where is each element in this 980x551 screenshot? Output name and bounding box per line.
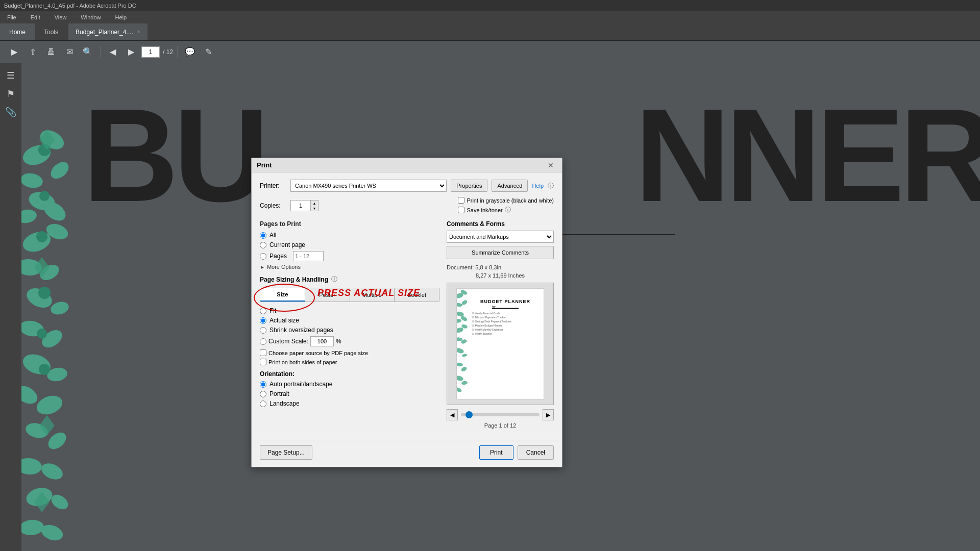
tab-size-button[interactable]: Size — [260, 288, 305, 302]
both-sides-checkbox[interactable] — [260, 359, 266, 365]
menu-file[interactable]: File — [4, 13, 19, 21]
summarize-button[interactable]: Summarize Comments — [447, 246, 554, 259]
preview-nav: ◀ ▶ — [447, 409, 554, 420]
mini-subtitle: for _____________ — [472, 305, 538, 308]
copies-row: Copies: ▲ ▼ Print in grayscale (black an… — [260, 197, 554, 214]
sizing-header: Page Sizing & Handling ⓘ — [260, 275, 439, 284]
toolbar-prev-btn[interactable]: ◀ — [105, 44, 121, 60]
toolbar-email-btn[interactable]: ✉ — [61, 44, 78, 60]
tab-document[interactable]: Budget_Planner_4.... × — [68, 23, 148, 40]
radio-fit-row: Fit — [260, 307, 439, 314]
toolbar-comment-btn[interactable]: 💬 — [182, 44, 198, 60]
toolbar-search-btn[interactable]: 🔍 — [80, 44, 96, 60]
toolbar-separator — [100, 46, 101, 58]
sidebar-attachment-icon[interactable]: 📎 — [3, 104, 19, 120]
menu-help[interactable]: Help — [112, 13, 130, 21]
radio-fit-label: Fit — [270, 307, 276, 314]
help-link[interactable]: Help — [532, 183, 544, 189]
toolbar-draw-btn[interactable]: ✎ — [200, 44, 216, 60]
sidebar-bookmark-icon[interactable]: ⚑ — [3, 86, 19, 102]
toolbar-share-btn[interactable]: ⇧ — [24, 44, 41, 60]
mini-flowers-svg — [457, 289, 468, 399]
radio-current-row: Current page — [260, 241, 439, 248]
doc-label: Document: — [447, 264, 474, 270]
paper-source-row: Choose paper source by PDF page size — [260, 349, 439, 356]
dialog-footer: Page Setup... Print Cancel — [252, 440, 562, 467]
title-bar: Budget_Planner_4.0_A5.pdf - Adobe Acroba… — [0, 0, 980, 11]
radio-custom-scale[interactable] — [260, 338, 266, 345]
dialog-left: Pages to Print All Current page Pages — [260, 220, 439, 433]
page-input[interactable] — [141, 46, 160, 58]
menu-window[interactable]: Window — [78, 13, 104, 21]
toolbar: ▶ ⇧ 🖶 ✉ 🔍 ◀ ▶ / 12 💬 ✎ — [0, 41, 980, 63]
radio-current[interactable] — [260, 242, 266, 248]
save-ink-checkbox[interactable] — [458, 207, 464, 213]
svg-point-52 — [457, 375, 464, 382]
tab-home[interactable]: Home — [0, 23, 35, 40]
doc-size: 5,8 x 8,3in — [475, 264, 501, 270]
tab-poster-button[interactable]: Poster — [305, 288, 350, 302]
dialog-overlay: Print ✕ Printer: Canon MX490 series Prin… — [21, 63, 980, 551]
more-options-row[interactable]: ► More Options — [260, 264, 439, 270]
radio-actual-row: Actual size — [260, 317, 439, 324]
doc-dims: 8,27 x 11,69 Inches — [447, 272, 554, 279]
tab-multiple-button[interactable]: Multiple — [350, 288, 395, 302]
radio-fit[interactable] — [260, 308, 266, 314]
tab-tools[interactable]: Tools — [35, 23, 67, 40]
tab-booklet-button[interactable]: Booklet — [395, 288, 439, 302]
printer-row: Printer: Canon MX490 series Printer WS P… — [260, 180, 554, 192]
grayscale-row: Print in grayscale (black and white) — [458, 197, 554, 204]
tab-doc-label: Budget_Planner_4.... — [76, 29, 133, 36]
radio-shrink[interactable] — [260, 327, 266, 334]
mini-list: ☑ Yearly Financial Goals ☑ Bills and Pay… — [472, 311, 538, 336]
preview-slider-thumb — [465, 411, 473, 418]
grayscale-checkbox[interactable] — [458, 197, 464, 204]
properties-button[interactable]: Properties — [451, 180, 487, 192]
dialog-close-button[interactable]: ✕ — [545, 160, 557, 170]
preview-prev-button[interactable]: ◀ — [447, 409, 458, 420]
page-sizing-title: Page Sizing & Handling — [260, 276, 328, 283]
printer-select[interactable]: Canon MX490 series Printer WS — [290, 180, 447, 192]
mini-preview-text: BUDGET PLANNER for _____________ ☑ Yearl… — [472, 299, 538, 336]
cancel-button[interactable]: Cancel — [518, 445, 554, 460]
radio-actual-size[interactable] — [260, 317, 266, 324]
dialog-right: Comments & Forms Document and Markups Su… — [447, 220, 554, 433]
radio-pages[interactable] — [260, 253, 266, 260]
toolbar-print-btn[interactable]: 🖶 — [43, 44, 59, 60]
radio-auto-portrait[interactable] — [260, 381, 266, 388]
copies-down-button[interactable]: ▼ — [311, 206, 318, 211]
pages-range-input[interactable] — [293, 251, 324, 261]
paper-source-checkbox[interactable] — [260, 349, 266, 356]
help-info-icon[interactable]: ⓘ — [548, 182, 554, 190]
menu-view[interactable]: View — [52, 13, 70, 21]
sizing-info-icon[interactable]: ⓘ — [331, 275, 337, 284]
menu-edit[interactable]: Edit — [28, 13, 43, 21]
left-sidebar: ☰ ⚑ 📎 — [0, 63, 21, 551]
scale-input[interactable] — [310, 336, 334, 346]
print-button[interactable]: Print — [479, 445, 513, 460]
svg-point-46 — [457, 337, 462, 341]
svg-point-51 — [460, 366, 468, 372]
radio-actual-label: Actual size — [270, 317, 299, 324]
save-ink-row: Save ink/toner ⓘ — [458, 206, 554, 214]
copies-up-button[interactable]: ▲ — [311, 201, 318, 206]
sidebar-layers-icon[interactable]: ☰ — [3, 67, 19, 84]
radio-pages-label: Pages — [270, 253, 287, 260]
copies-input[interactable] — [290, 200, 311, 211]
preview-next-button[interactable]: ▶ — [543, 409, 554, 420]
advanced-button[interactable]: Advanced — [492, 180, 528, 192]
svg-point-53 — [461, 381, 468, 385]
radio-all[interactable] — [260, 232, 266, 239]
tab-tools-label: Tools — [44, 29, 58, 36]
toolbar-next-btn[interactable]: ▶ — [123, 44, 139, 60]
radio-shrink-row: Shrink oversized pages — [260, 327, 439, 334]
comments-select[interactable]: Document and Markups — [447, 231, 554, 243]
tab-close-icon[interactable]: × — [137, 29, 140, 35]
toolbar-create-btn[interactable]: ▶ — [6, 44, 22, 60]
save-ink-info-icon[interactable]: ⓘ — [505, 206, 511, 214]
preview-slider[interactable] — [461, 413, 540, 416]
page-setup-button[interactable]: Page Setup... — [260, 445, 312, 460]
radio-portrait[interactable] — [260, 391, 266, 397]
radio-landscape[interactable] — [260, 400, 266, 407]
scale-unit: % — [336, 338, 341, 345]
